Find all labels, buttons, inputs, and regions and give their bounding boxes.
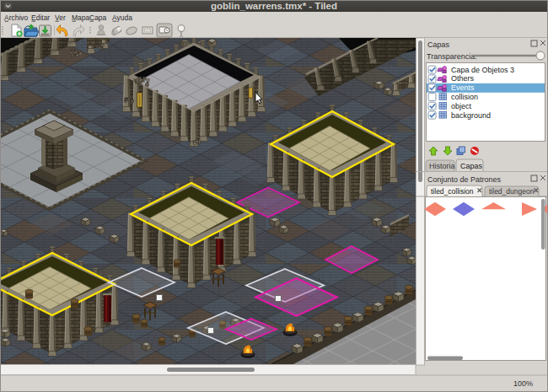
- svg-text:Events: Events: [451, 83, 475, 92]
- svg-text:Archivo: Archivo: [4, 13, 29, 22]
- svg-text:tiled_dungeon: tiled_dungeon: [489, 187, 535, 196]
- svg-text:object: object: [451, 102, 472, 110]
- svg-text:Conjunto de Patrones: Conjunto de Patrones: [427, 175, 502, 184]
- svg-text:Capa: Capa: [89, 13, 107, 22]
- svg-text:background: background: [451, 111, 491, 120]
- svg-text:Capa de Objetos 3: Capa de Objetos 3: [451, 66, 514, 74]
- svg-text:100%: 100%: [513, 379, 533, 388]
- svg-text:Capas: Capas: [460, 162, 483, 170]
- svg-text:Others: Others: [451, 74, 475, 83]
- svg-text:tiled_collision: tiled_collision: [431, 187, 474, 196]
- svg-text:Mapa: Mapa: [72, 13, 90, 22]
- svg-text:Ayuda: Ayuda: [112, 13, 132, 22]
- svg-text:collision: collision: [451, 93, 478, 101]
- svg-text:Capas: Capas: [427, 40, 450, 49]
- svg-text:Transparencia:: Transparencia:: [427, 52, 477, 61]
- svg-text:goblin_warrens.tmx* - Tiled: goblin_warrens.tmx* - Tiled: [211, 1, 337, 11]
- svg-text:Historia: Historia: [429, 162, 455, 170]
- svg-text:Editar: Editar: [31, 13, 50, 22]
- svg-text:Ver: Ver: [55, 13, 66, 22]
